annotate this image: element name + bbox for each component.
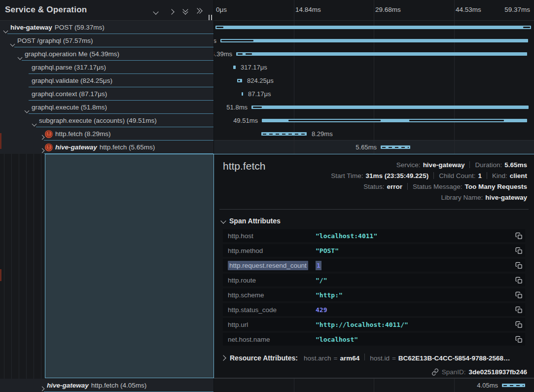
meta-label: Duration: [475, 161, 502, 169]
span-bar[interactable] [502, 384, 525, 387]
attribute-row: http.scheme"http:" [223, 288, 525, 301]
span-bar[interactable] [242, 92, 243, 96]
attribute-row: http.method"POST" [223, 244, 525, 257]
axis-tick-label: 29.68ms [375, 6, 401, 13]
chevron-down-icon [220, 218, 226, 223]
expand-one-icon[interactable] [168, 7, 177, 15]
span-name-duration: http.fetch (8.29ms) [55, 130, 111, 138]
span-id-label: SpanID: [442, 368, 466, 376]
copy-button[interactable] [512, 229, 525, 242]
child-span-marker [523, 27, 530, 28]
timeline-axis: 0μs14.84ms29.68ms44.53ms59.37ms [214, 0, 534, 21]
chevron-down-icon[interactable] [18, 52, 22, 61]
meta-value: 31ms (23:35:49.225) [366, 172, 429, 179]
span-row-content: POST /graphql (57.57ms) [17, 34, 93, 47]
chevron-down-icon[interactable] [11, 39, 14, 47]
panel-divider [214, 0, 214, 154]
span-tree-row[interactable]: http.fetch (8.29ms) [0, 127, 214, 141]
span-detail-title: http.fetch [223, 160, 265, 172]
panel-resize-handle[interactable] [208, 13, 214, 20]
span-row-content: hive-gatewayhttp.fetch (5.65ms) [45, 141, 155, 154]
copy-button[interactable] [512, 259, 525, 272]
meta-value: 5.65ms [504, 161, 527, 169]
span-tree-row[interactable]: subgraph.execute (accounts) (49.51ms) [0, 114, 214, 127]
chevron-down-icon[interactable] [33, 119, 36, 127]
span-bar[interactable] [215, 26, 531, 29]
span-tree-row[interactable]: graphql.operation Me (54.39ms) [0, 47, 214, 61]
span-bar[interactable] [261, 132, 307, 136]
attribute-key: http.host [223, 232, 316, 240]
span-tree-row[interactable]: hive-gatewayPOST (59.37ms) [0, 21, 214, 34]
row-border [44, 140, 214, 141]
collapse-all-icon[interactable] [181, 7, 190, 15]
span-name-duration: http.fetch (5.65ms) [100, 143, 155, 151]
detail-divider [219, 209, 529, 210]
timeline-row: 5.65ms [214, 141, 534, 154]
span-id-row: SpanID: 3de02518937fb246 [431, 368, 527, 376]
span-name-duration: graphql.execute (51.8ms) [32, 104, 107, 111]
row-border [29, 73, 214, 74]
copy-icon [515, 232, 523, 240]
copy-button[interactable] [512, 333, 525, 346]
copy-button[interactable] [512, 244, 525, 257]
span-bar[interactable] [236, 52, 527, 56]
span-tree-row[interactable]: graphql.parse (317.17μs) [0, 61, 214, 74]
attribute-value: 429 [316, 306, 512, 314]
panel-divider [214, 379, 214, 392]
child-span-marker [253, 107, 262, 108]
attribute-row: net.host.name"localhost" [223, 333, 525, 346]
resource-attributes-toggle[interactable]: Resource Attributes: [230, 354, 298, 362]
chevron-right-icon[interactable] [40, 384, 44, 392]
span-tree-row[interactable]: graphql.execute (51.8ms) [0, 101, 214, 114]
meta-separator [364, 354, 365, 360]
span-bar[interactable] [381, 145, 410, 149]
chevron-down-icon[interactable] [4, 26, 7, 34]
span-tree-row[interactable]: POST /graphql (57.57ms) [0, 34, 214, 47]
timeline-row: 49.51ms [214, 114, 534, 127]
chevron-right-icon[interactable] [40, 145, 44, 154]
copy-button[interactable] [512, 288, 525, 301]
span-row-content: graphql.parse (317.17μs) [32, 61, 106, 74]
span-name-duration: graphql.parse (317.17μs) [32, 64, 106, 71]
span-attributes-toggle[interactable]: Span Attributes [221, 217, 281, 225]
meta-separator [469, 161, 470, 168]
minimap-error-marker [0, 133, 1, 149]
timeline-row: 87.17μs [214, 87, 534, 101]
equals-sign: = [333, 355, 337, 362]
span-tree-row[interactable]: hive-gatewayhttp.fetch (5.65ms) [0, 141, 214, 154]
resource-attributes-row: Resource Attributes: host.arch=arm64host… [221, 354, 510, 362]
timeline-row: 51.8ms [214, 101, 534, 114]
meta-separator [407, 183, 408, 190]
row-border [7, 34, 214, 34]
span-tree-row[interactable]: graphql.validate (824.25μs) [0, 74, 214, 87]
span-name-duration: subgraph.execute (accounts) (49.51ms) [39, 117, 157, 124]
collapse-one-icon[interactable] [152, 7, 161, 15]
expand-all-icon[interactable] [195, 7, 204, 15]
resource-value: arm64 [340, 355, 359, 362]
row-border [14, 47, 214, 47]
copy-icon [515, 247, 523, 254]
span-bar[interactable] [220, 39, 528, 42]
attribute-value: 1 [316, 262, 512, 269]
meta-line: Start Time:31ms (23:35:49.225)Child Coun… [331, 170, 527, 181]
copy-button[interactable] [512, 318, 525, 331]
attribute-value: "http://localhost:4011/" [316, 321, 512, 328]
span-bar[interactable] [233, 66, 236, 69]
meta-label: Child Count: [439, 172, 475, 179]
child-span-marker [288, 120, 381, 121]
copy-button[interactable] [512, 274, 525, 286]
child-span-marker [216, 27, 223, 28]
span-tree-row[interactable]: graphql.context (87.17μs) [0, 87, 214, 101]
detail-bottom-separator [214, 378, 534, 379]
copy-button[interactable] [512, 303, 525, 316]
chevron-right-icon[interactable] [40, 132, 44, 141]
duration-label: 49.51ms [233, 114, 258, 127]
span-attributes-table: http.host"localhost:4011"http.method"POS… [223, 229, 525, 348]
attribute-row: http.url"http://localhost:4011/" [223, 318, 525, 331]
span-row-content: http.fetch (8.29ms) [45, 127, 111, 141]
span-tree-row[interactable]: hive-gatewayhttp.fetch (4.05ms) [0, 379, 214, 392]
meta-value: hive-gateway [423, 161, 465, 169]
span-bar[interactable] [251, 106, 529, 109]
chevron-down-icon[interactable] [25, 106, 29, 114]
chevron-right-icon [220, 355, 226, 360]
